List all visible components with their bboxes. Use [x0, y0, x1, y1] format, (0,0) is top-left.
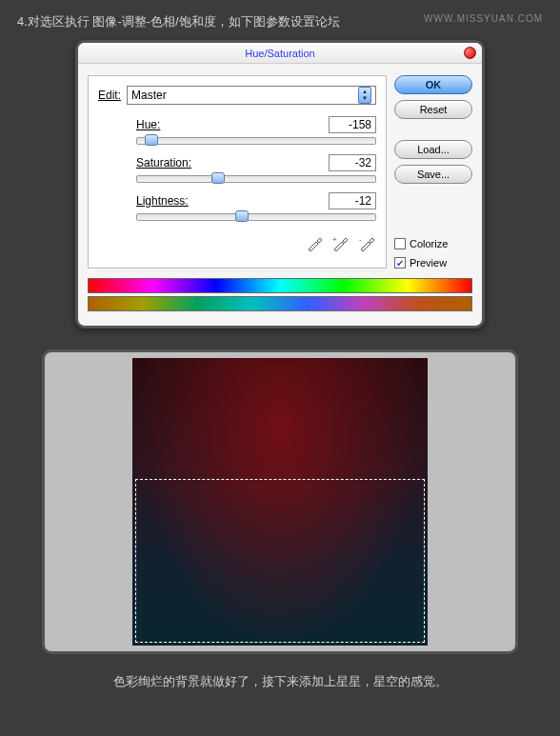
preview-label: Preview	[410, 257, 447, 269]
selection-marquee	[135, 479, 425, 643]
eyedropper-minus-icon[interactable]: -	[357, 234, 376, 253]
lightness-slider[interactable]	[136, 213, 376, 221]
preview-canvas[interactable]	[132, 358, 428, 646]
main-panel: Edit: Master ▲▼ Hue: -158 Saturation:	[88, 75, 387, 269]
lightness-input[interactable]: -12	[329, 192, 376, 209]
reset-button[interactable]: Reset	[394, 100, 472, 119]
hue-slider[interactable]	[136, 137, 376, 145]
spectrum-bottom[interactable]	[88, 296, 472, 311]
eyedropper-icon[interactable]	[305, 234, 324, 253]
titlebar[interactable]: Hue/Saturation	[78, 43, 482, 64]
lightness-thumb[interactable]	[235, 210, 249, 222]
saturation-slider[interactable]	[136, 175, 376, 183]
load-button[interactable]: Load...	[394, 140, 472, 159]
colorize-checkbox[interactable]: Colorize	[394, 238, 472, 249]
right-buttons: OK Reset Load... Save... Colorize ✔ Prev…	[394, 75, 472, 269]
edit-dropdown[interactable]: Master ▲▼	[127, 86, 376, 105]
hue-thumb[interactable]	[145, 134, 158, 146]
close-icon[interactable]	[464, 47, 476, 59]
svg-text:+: +	[332, 235, 337, 244]
edit-label: Edit:	[98, 89, 121, 102]
preview-frame	[42, 349, 518, 654]
hue-input[interactable]: -158	[329, 116, 376, 133]
svg-text:-: -	[359, 235, 362, 244]
colorize-label: Colorize	[410, 238, 448, 249]
eyedropper-plus-icon[interactable]: +	[330, 234, 350, 253]
saturation-group: Saturation: -32	[136, 154, 376, 183]
saturation-input[interactable]: -32	[329, 154, 376, 171]
watermark: WWW.MISSYUAN.COM	[424, 13, 543, 24]
lightness-label: Lightness:	[136, 194, 189, 208]
checkbox-checked-icon: ✔	[394, 257, 406, 269]
hue-label: Hue:	[136, 118, 160, 131]
hue-group: Hue: -158	[136, 116, 376, 145]
eyedropper-toolbar: + -	[98, 234, 376, 256]
dialog-title: Hue/Saturation	[245, 48, 314, 59]
saturation-label: Saturation:	[136, 156, 191, 169]
preview-checkbox[interactable]: ✔ Preview	[394, 257, 472, 269]
saturation-thumb[interactable]	[211, 172, 225, 184]
checkbox-icon	[394, 238, 406, 249]
edit-value: Master	[131, 89, 167, 102]
ok-button[interactable]: OK	[394, 75, 472, 94]
chevron-updown-icon[interactable]: ▲▼	[358, 87, 371, 104]
lightness-group: Lightness: -12	[136, 192, 376, 221]
spectrum-area	[78, 278, 482, 326]
instruction-bottom: 色彩绚烂的背景就做好了，接下来添加上星星，星空的感觉。	[0, 673, 560, 690]
save-button[interactable]: Save...	[394, 165, 472, 184]
spectrum-top[interactable]	[88, 278, 472, 293]
hue-saturation-dialog: Hue/Saturation Edit: Master ▲▼ Hue: -158	[75, 40, 485, 328]
